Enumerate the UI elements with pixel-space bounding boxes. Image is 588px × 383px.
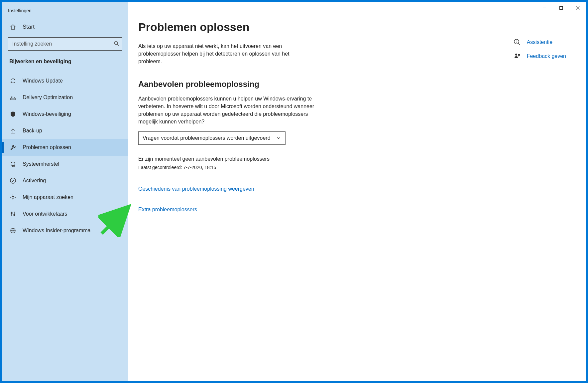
category-title: Bijwerken en beveiliging bbox=[2, 57, 128, 73]
home-button[interactable]: Start bbox=[2, 20, 128, 35]
svg-text:?: ? bbox=[516, 40, 517, 43]
backup-icon bbox=[9, 127, 17, 134]
svg-point-14 bbox=[12, 196, 14, 198]
sidebar-item-recovery[interactable]: Systeemherstel bbox=[2, 156, 128, 172]
close-icon bbox=[576, 6, 580, 10]
sidebar-item-label: Windows Update bbox=[23, 78, 63, 84]
sidebar-item-label: Voor ontwikkelaars bbox=[23, 211, 67, 217]
help-icon: ? bbox=[514, 39, 521, 46]
help-link[interactable]: ? Assistentie bbox=[514, 39, 566, 46]
sidebar-item-insider-program[interactable]: Windows Insider-programma bbox=[2, 222, 128, 239]
insider-icon bbox=[9, 227, 17, 234]
maximize-button[interactable] bbox=[553, 2, 569, 14]
section-title: Aanbevolen probleemoplossing bbox=[138, 80, 354, 89]
sidebar-item-label: Problemen oplossen bbox=[23, 144, 71, 150]
sidebar-item-windows-security[interactable]: Windows-beveiliging bbox=[2, 106, 128, 122]
svg-point-4 bbox=[114, 41, 118, 45]
home-icon bbox=[9, 23, 17, 31]
svg-point-25 bbox=[14, 230, 14, 231]
svg-rect-6 bbox=[11, 98, 15, 100]
feedback-icon bbox=[514, 53, 521, 60]
sidebar-item-label: Back-up bbox=[23, 128, 42, 134]
feedback-link[interactable]: Feedback geven bbox=[514, 53, 566, 60]
developer-icon bbox=[9, 210, 17, 218]
section-description: Aanbevolen probleemoplossers kunnen u he… bbox=[138, 95, 324, 126]
dropdown-value: Vragen voordat probleemoplossers worden … bbox=[143, 135, 271, 141]
close-button[interactable] bbox=[569, 2, 586, 14]
sidebar-item-label: Systeemherstel bbox=[23, 161, 59, 167]
locate-icon bbox=[9, 194, 17, 201]
svg-point-31 bbox=[515, 54, 517, 56]
home-label: Start bbox=[23, 24, 35, 30]
search-wrap bbox=[8, 37, 122, 51]
aside-links: ? Assistentie Feedback geven bbox=[514, 39, 566, 60]
check-circle-icon bbox=[9, 177, 17, 184]
search-input[interactable] bbox=[8, 37, 122, 51]
content-column: Problemen oplossen Als iets op uw appara… bbox=[138, 21, 354, 381]
svg-marker-33 bbox=[519, 56, 520, 57]
sidebar-item-label: Windows-beveiliging bbox=[23, 111, 71, 117]
sidebar-item-backup[interactable]: Back-up bbox=[2, 122, 128, 139]
svg-point-13 bbox=[10, 178, 16, 183]
sidebar-item-delivery-optimization[interactable]: Delivery Optimization bbox=[2, 89, 128, 106]
main-content: Problemen oplossen Als iets op uw appara… bbox=[128, 2, 586, 381]
sidebar-item-for-developers[interactable]: Voor ontwikkelaars bbox=[2, 206, 128, 222]
recovery-icon bbox=[9, 160, 17, 168]
svg-line-5 bbox=[117, 44, 119, 46]
last-checked-text: Laatst gecontroleerd: 7-7-2020, 18:15 bbox=[138, 165, 354, 170]
shield-icon bbox=[9, 110, 17, 118]
svg-point-24 bbox=[12, 230, 12, 231]
svg-rect-32 bbox=[518, 54, 520, 56]
feedback-label: Feedback geven bbox=[527, 53, 566, 59]
sidebar-item-label: Activering bbox=[23, 178, 46, 184]
maximize-icon bbox=[559, 6, 563, 10]
minimize-button[interactable] bbox=[536, 2, 553, 14]
settings-window: Instellingen Start Bijwerken en beveilig… bbox=[2, 2, 586, 381]
delivery-icon bbox=[9, 94, 17, 101]
status-text: Er zijn momenteel geen aanbevolen proble… bbox=[138, 156, 354, 162]
svg-rect-1 bbox=[560, 7, 563, 10]
extra-troubleshooters-link[interactable]: Extra probleemoplossers bbox=[138, 207, 354, 213]
page-description: Als iets op uw apparaat niet werkt, kan … bbox=[138, 42, 311, 66]
sidebar-item-label: Delivery Optimization bbox=[23, 95, 73, 100]
sidebar-item-label: Windows Insider-programma bbox=[23, 228, 91, 234]
minimize-icon bbox=[542, 6, 546, 10]
window-title: Instellingen bbox=[2, 6, 128, 20]
wrench-icon bbox=[9, 144, 17, 151]
titlebar-controls bbox=[536, 2, 586, 14]
history-link[interactable]: Geschiedenis van probleemoplossing weerg… bbox=[138, 186, 354, 192]
svg-line-29 bbox=[518, 43, 520, 45]
help-label: Assistentie bbox=[527, 39, 552, 45]
page-title: Problemen oplossen bbox=[138, 21, 354, 34]
sidebar-item-windows-update[interactable]: Windows Update bbox=[2, 73, 128, 89]
chevron-down-icon bbox=[276, 135, 281, 141]
sidebar: Instellingen Start Bijwerken en beveilig… bbox=[2, 2, 128, 381]
search-icon bbox=[114, 41, 119, 47]
sidebar-item-activation[interactable]: Activering bbox=[2, 172, 128, 189]
sync-icon bbox=[9, 77, 17, 85]
troubleshoot-mode-dropdown[interactable]: Vragen voordat probleemoplossers worden … bbox=[138, 131, 286, 145]
sidebar-item-troubleshoot[interactable]: Problemen oplossen bbox=[2, 139, 128, 156]
sidebar-item-find-my-device[interactable]: Mijn apparaat zoeken bbox=[2, 189, 128, 206]
sidebar-item-label: Mijn apparaat zoeken bbox=[23, 194, 73, 200]
